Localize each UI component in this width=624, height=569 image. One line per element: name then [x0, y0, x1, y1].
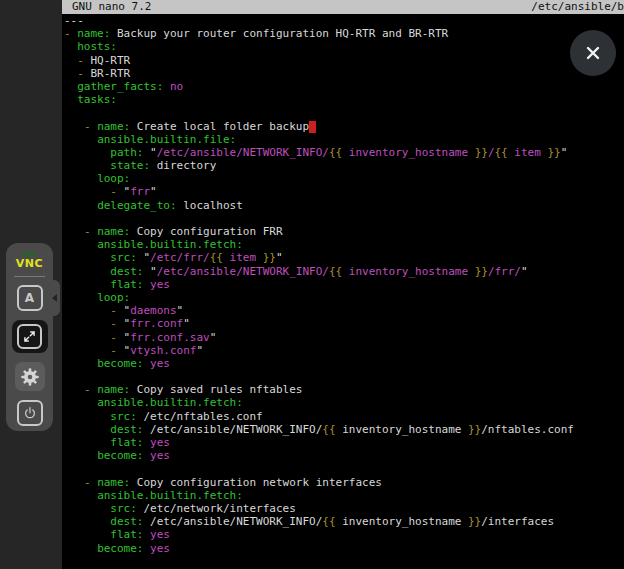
toolbar-divider: [14, 276, 45, 277]
code-line: become: yes: [64, 542, 624, 555]
code-line: [64, 462, 624, 475]
nano-file-path: /etc/ansible/b: [531, 0, 624, 14]
code-line: [64, 212, 624, 225]
code-line: flat: yes: [64, 278, 624, 291]
fullscreen-button[interactable]: [12, 320, 48, 353]
code-line: - name: Copy configuration network inter…: [64, 476, 624, 489]
extra-keys-button[interactable]: A: [17, 285, 43, 311]
chevron-left-icon: [52, 294, 57, 302]
code-line: tasks:: [64, 93, 624, 106]
code-line: loop:: [64, 291, 624, 304]
code-line: hosts:: [64, 40, 624, 53]
code-line: dest: /etc/ansible/NETWORK_INFO/{{ inven…: [64, 423, 624, 436]
code-line: - "frr.conf": [64, 317, 624, 330]
novnc-logo-bottom: VNC: [16, 259, 43, 269]
code-line: ansible.builtin.file:: [64, 133, 624, 146]
code-line: - name: Create local folder backup: [64, 120, 624, 133]
settings-button[interactable]: [15, 362, 45, 391]
code-line: ansible.builtin.fetch:: [64, 489, 624, 502]
code-line: src: /etc/network/interfaces: [64, 502, 624, 515]
fullscreen-arrows-icon: [17, 324, 42, 349]
code-line: - BR-RTR: [64, 67, 624, 80]
code-line: flat: yes: [64, 436, 624, 449]
toolbar-buttons: A: [12, 285, 48, 426]
code-line: src: "/etc/frr/{{ item }}": [64, 251, 624, 264]
close-button[interactable]: [570, 30, 616, 76]
power-icon: [17, 400, 43, 426]
text-cursor: [309, 121, 316, 133]
code-line: - "frr": [64, 185, 624, 198]
code-line: become: yes: [64, 357, 624, 370]
code-line: - HQ-RTR: [64, 54, 624, 67]
code-line: path: "/etc/ansible/NETWORK_INFO/{{ inve…: [64, 146, 624, 159]
code-line: become: yes: [64, 449, 624, 462]
keyboard-a-icon: A: [17, 285, 43, 311]
code-line: - name: Copy saved rules nftables: [64, 383, 624, 396]
code-line: - name: Backup your router configuration…: [64, 27, 624, 40]
sidebar-handle[interactable]: [48, 280, 60, 316]
nano-titlebar: GNU nano 7.2 /etc/ansible/b: [62, 0, 624, 14]
code-line: [64, 106, 624, 119]
gear-icon: [20, 367, 40, 387]
close-icon: [583, 43, 603, 63]
vnc-toolbar: no VNC A: [6, 243, 53, 431]
code-line: loop:: [64, 172, 624, 185]
code-line: - name: Copy configuration FRR: [64, 225, 624, 238]
code-line: ---: [64, 14, 624, 27]
code-line: flat: yes: [64, 528, 624, 541]
novnc-logo: no VNC: [16, 249, 43, 269]
code-line: [64, 370, 624, 383]
code-line: ansible.builtin.fetch:: [64, 238, 624, 251]
code-line: dest: "/etc/ansible/NETWORK_INFO/{{ inve…: [64, 265, 624, 278]
code-line: delegate_to: localhost: [64, 199, 624, 212]
editor-lines[interactable]: ---- name: Backup your router configurat…: [64, 14, 624, 569]
code-line: src: /etc/nftables.conf: [64, 410, 624, 423]
terminal-window[interactable]: GNU nano 7.2 /etc/ansible/b ---- name: B…: [62, 0, 624, 569]
code-line: - "vtysh.conf": [64, 344, 624, 357]
disconnect-button[interactable]: [17, 400, 43, 426]
nano-app-title: GNU nano 7.2: [62, 0, 151, 14]
code-line: ansible.builtin.fetch:: [64, 396, 624, 409]
code-line: gather_facts: no: [64, 80, 624, 93]
code-line: dest: /etc/ansible/NETWORK_INFO/{{ inven…: [64, 515, 624, 528]
code-line: - "frr.conf.sav": [64, 331, 624, 344]
code-line: - "daemons": [64, 304, 624, 317]
code-line: state: directory: [64, 159, 624, 172]
